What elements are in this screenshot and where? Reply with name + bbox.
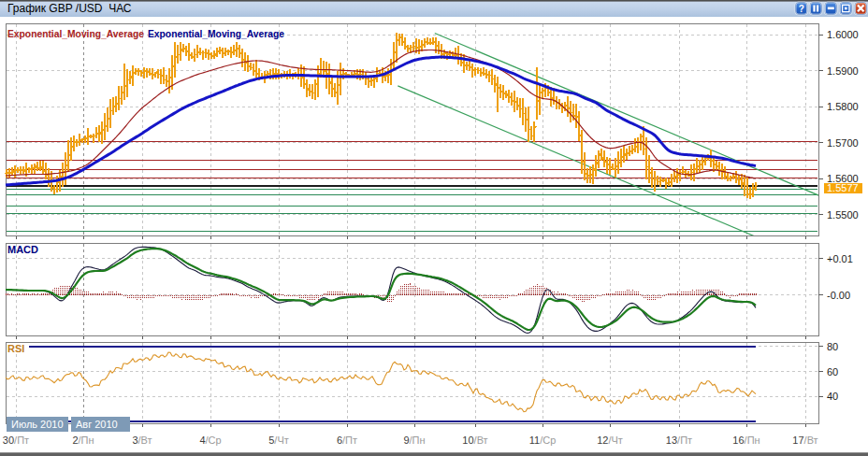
svg-text:17/Вт: 17/Вт <box>792 435 817 446</box>
svg-text:40: 40 <box>827 391 838 402</box>
svg-text:График GBP /USD ЧАС: График GBP /USD ЧАС <box>7 2 132 15</box>
svg-text:+0.01: +0.01 <box>827 253 853 264</box>
svg-text:9/Пн: 9/Пн <box>403 435 425 446</box>
svg-text:1.5700: 1.5700 <box>827 137 859 149</box>
svg-text:1.5500: 1.5500 <box>827 209 859 221</box>
svg-text:16/Пн: 16/Пн <box>732 435 760 446</box>
svg-text:MACD: MACD <box>7 244 38 255</box>
svg-text:2/Пн: 2/Пн <box>72 435 94 446</box>
svg-text:1.6000: 1.6000 <box>827 29 859 40</box>
svg-text:RSI: RSI <box>7 343 24 354</box>
svg-text:Июль 2010: Июль 2010 <box>11 419 64 430</box>
svg-text:80: 80 <box>827 341 838 352</box>
svg-text:11/Ср: 11/Ср <box>529 435 557 446</box>
svg-text:Exponential_Moving_Average: Exponential_Moving_Average <box>7 28 144 39</box>
svg-text:30/Пт: 30/Пт <box>3 435 29 446</box>
svg-text:1.5577: 1.5577 <box>827 182 859 193</box>
svg-text:1.5800: 1.5800 <box>827 101 859 112</box>
svg-text:10/Вт: 10/Вт <box>462 435 487 446</box>
svg-text:12/Чт: 12/Чт <box>597 435 623 446</box>
svg-text:-0.00: -0.00 <box>827 290 850 301</box>
svg-text:4/Ср: 4/Ср <box>199 435 221 446</box>
svg-text:5/Чт: 5/Чт <box>268 435 289 446</box>
svg-text:?: ? <box>799 4 804 14</box>
svg-text:13/Пт: 13/Пт <box>666 435 692 446</box>
svg-text:60: 60 <box>827 366 838 378</box>
svg-text:Exponential_Moving_Average: Exponential_Moving_Average <box>148 28 284 39</box>
svg-text:3/Вт: 3/Вт <box>132 435 152 446</box>
svg-text:1.5900: 1.5900 <box>827 65 859 77</box>
svg-text:6/Пт: 6/Пт <box>337 435 357 446</box>
svg-text:Авг 2010: Авг 2010 <box>76 419 118 430</box>
